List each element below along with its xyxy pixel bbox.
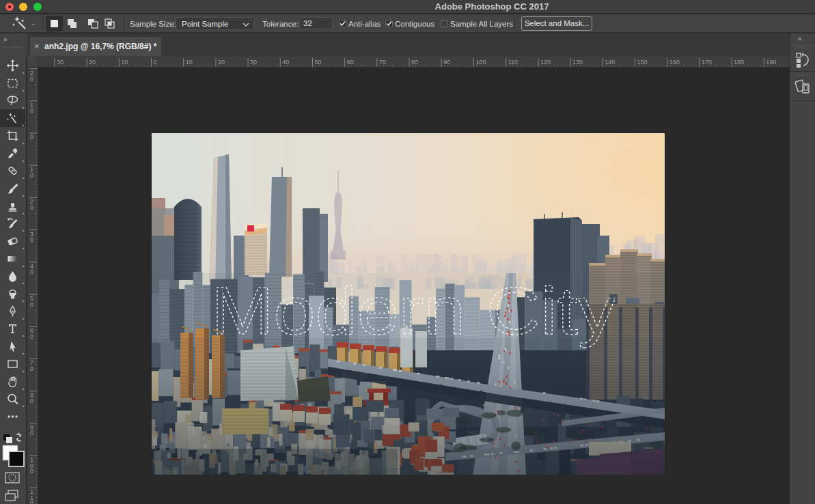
- svg-text:20: 20: [89, 59, 96, 66]
- svg-text:0: 0: [30, 107, 33, 114]
- svg-text:0: 0: [30, 365, 33, 372]
- svg-text:40: 40: [282, 59, 289, 66]
- svg-text:Modern City: Modern City: [211, 273, 616, 348]
- svg-text:110: 110: [508, 59, 518, 66]
- svg-text:30: 30: [57, 59, 64, 66]
- svg-text:0: 0: [30, 333, 33, 340]
- svg-text:70: 70: [379, 59, 386, 66]
- svg-text:0: 0: [30, 204, 33, 211]
- svg-text:90: 90: [443, 59, 450, 66]
- svg-text:180: 180: [734, 59, 744, 66]
- svg-text:20: 20: [218, 59, 225, 66]
- svg-text:100: 100: [476, 59, 486, 66]
- svg-text:0: 0: [30, 430, 33, 436]
- svg-text:0: 0: [30, 468, 33, 475]
- svg-text:170: 170: [702, 59, 712, 66]
- svg-text:0: 0: [154, 59, 157, 66]
- svg-text:10: 10: [121, 59, 128, 66]
- svg-text:0: 0: [30, 397, 33, 404]
- svg-text:140: 140: [605, 59, 615, 66]
- svg-text:0: 0: [30, 301, 33, 308]
- svg-text:0: 0: [30, 134, 33, 141]
- svg-text:0: 0: [30, 172, 33, 179]
- svg-text:150: 150: [637, 59, 648, 66]
- svg-text:80: 80: [411, 59, 418, 66]
- svg-text:0: 0: [30, 75, 33, 82]
- svg-text:30: 30: [250, 59, 257, 66]
- svg-text:0: 0: [30, 236, 33, 243]
- svg-text:160: 160: [669, 59, 680, 66]
- svg-text:60: 60: [347, 59, 354, 66]
- svg-text:130: 130: [572, 59, 583, 66]
- svg-text:10: 10: [186, 59, 193, 66]
- svg-text:120: 120: [540, 59, 551, 66]
- svg-text:50: 50: [315, 59, 322, 66]
- svg-text:0: 0: [30, 268, 33, 275]
- svg-text:190: 190: [766, 59, 776, 66]
- svg-text:0: 0: [30, 500, 33, 504]
